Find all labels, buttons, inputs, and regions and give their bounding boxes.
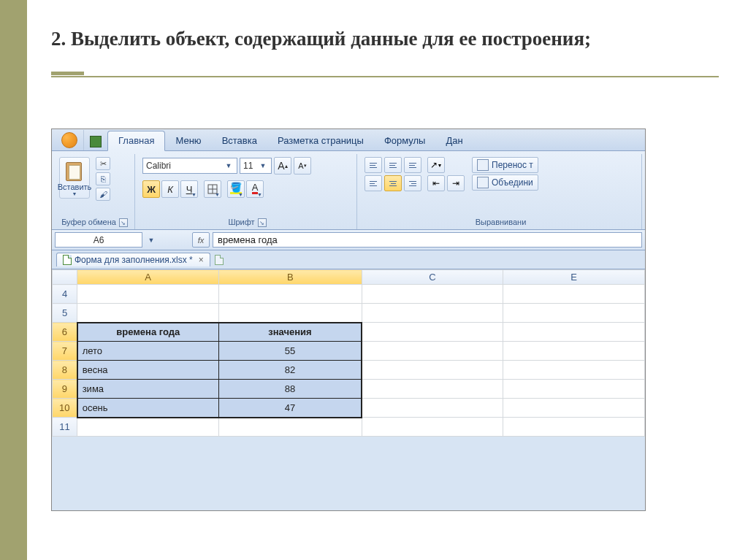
cell-a7[interactable]: лето xyxy=(77,342,219,361)
align-bottom-button[interactable] xyxy=(404,157,421,173)
bold-button[interactable]: Ж xyxy=(142,180,160,198)
cell-a8[interactable]: весна xyxy=(77,361,219,380)
row-header-4[interactable]: 4 xyxy=(53,285,77,304)
tab-data[interactable]: Дан xyxy=(435,131,473,150)
underline-button[interactable]: Ч▼ xyxy=(180,180,198,198)
alignment-group-label: Выравнивани xyxy=(365,216,637,229)
row-header-10[interactable]: 10 xyxy=(53,399,77,418)
new-tab-icon[interactable] xyxy=(215,255,224,265)
name-box-value: А6 xyxy=(94,235,104,245)
quick-access-toolbar xyxy=(84,136,107,150)
formula-bar: А6 ▼ fx времена года xyxy=(52,230,645,250)
tab-formulas[interactable]: Формулы xyxy=(374,131,436,150)
cell-b6[interactable]: значения xyxy=(218,323,362,342)
spreadsheet-grid[interactable]: A B C E 4 5 6 времена года значения xyxy=(52,269,645,437)
office-button[interactable] xyxy=(55,130,84,150)
col-header-a[interactable]: A xyxy=(77,270,219,285)
merge-icon xyxy=(477,177,489,188)
align-center-button[interactable] xyxy=(384,175,402,191)
borders-button[interactable]: ▼ xyxy=(204,180,221,198)
row-header-6[interactable]: 6 xyxy=(53,323,77,342)
format-painter-button[interactable]: 🖌 xyxy=(96,188,110,201)
paste-button[interactable]: Вставить ▼ xyxy=(59,157,90,199)
clipboard-dialog-launcher[interactable]: ↘ xyxy=(119,218,128,227)
font-group-label: Шрифт xyxy=(228,216,254,229)
clipboard-icon xyxy=(64,159,85,183)
col-header-c[interactable]: C xyxy=(362,270,503,285)
row-header-9[interactable]: 9 xyxy=(53,380,77,399)
insert-function-button[interactable]: fx xyxy=(192,232,210,248)
formula-input[interactable]: времена года xyxy=(213,232,642,248)
align-left-button[interactable] xyxy=(365,175,382,191)
align-middle-button[interactable] xyxy=(384,157,402,173)
slide-accent-bar xyxy=(0,0,27,560)
font-color-button[interactable]: A▼ xyxy=(246,180,264,198)
font-size-combo[interactable]: 11 ▼ xyxy=(240,158,272,174)
row-header-7[interactable]: 7 xyxy=(53,342,77,361)
merge-center-button[interactable]: Объедини xyxy=(472,174,538,191)
fill-color-button[interactable]: 🪣▼ xyxy=(227,180,245,198)
wrap-text-button[interactable]: Перенос т xyxy=(472,157,538,173)
row-header-8[interactable]: 8 xyxy=(53,361,77,380)
font-name-combo[interactable]: Calibri ▼ xyxy=(142,158,237,174)
cell-b8[interactable]: 82 xyxy=(218,361,362,380)
ribbon: Вставить ▼ ✂ ⎘ 🖌 Буфер обмена ↘ xyxy=(52,151,645,230)
clipboard-group-label: Буфер обмена xyxy=(61,216,116,229)
tab-page-layout[interactable]: Разметка страницы xyxy=(267,131,374,150)
ribbon-tabs: Главная Меню Вставка Разметка страницы Ф… xyxy=(52,129,645,151)
workbook-tab-label: Форма для заполнения.xlsx * xyxy=(75,255,193,265)
cell-b9[interactable]: 88 xyxy=(218,380,362,399)
cell-b10[interactable]: 47 xyxy=(218,399,362,418)
excel-window: Главная Меню Вставка Разметка страницы Ф… xyxy=(51,129,646,511)
wrap-icon xyxy=(477,159,489,171)
font-name-value: Calibri xyxy=(146,161,224,171)
office-orb-icon xyxy=(61,132,77,148)
paste-label: Вставить xyxy=(58,183,92,191)
italic-button[interactable]: К xyxy=(161,180,179,198)
decrease-indent-button[interactable]: ⇤ xyxy=(427,175,445,191)
formula-input-value: времена года xyxy=(218,234,278,245)
orientation-button[interactable]: ↗▼ xyxy=(427,157,445,173)
cell-a9[interactable]: зима xyxy=(77,380,219,399)
font-dialog-launcher[interactable]: ↘ xyxy=(258,218,267,227)
row-header-11[interactable]: 11 xyxy=(53,418,77,437)
tab-insert[interactable]: Вставка xyxy=(212,131,267,150)
tab-home[interactable]: Главная xyxy=(107,131,165,151)
col-header-b[interactable]: B xyxy=(218,270,362,285)
grow-font-button[interactable]: A▴ xyxy=(274,157,291,174)
cell-a6[interactable]: времена года xyxy=(77,323,219,342)
select-all-corner[interactable] xyxy=(53,270,77,285)
merge-label: Объедини xyxy=(492,177,533,188)
tab-menu[interactable]: Меню xyxy=(165,131,211,150)
cell-b7[interactable]: 55 xyxy=(218,342,362,361)
cell-a10[interactable]: осень xyxy=(77,399,219,418)
workbook-icon xyxy=(63,255,72,265)
align-right-button[interactable] xyxy=(404,175,421,191)
font-size-value: 11 xyxy=(243,161,258,171)
col-header-e[interactable]: E xyxy=(503,270,645,285)
name-box-arrow[interactable]: ▼ xyxy=(145,237,157,244)
copy-button[interactable]: ⎘ xyxy=(96,172,110,185)
workbook-tab-bar: Форма для заполнения.xlsx * × xyxy=(52,250,645,269)
name-box[interactable]: А6 xyxy=(55,232,142,248)
slide-title: 2. Выделить объект, содержащий данные дл… xyxy=(51,26,719,52)
excel-doc-icon xyxy=(90,136,102,147)
align-top-button[interactable] xyxy=(365,157,382,173)
workbook-tab[interactable]: Форма для заполнения.xlsx * × xyxy=(56,253,210,266)
workbook-tab-close[interactable]: × xyxy=(196,255,204,265)
cut-button[interactable]: ✂ xyxy=(96,157,110,170)
row-header-5[interactable]: 5 xyxy=(53,304,77,323)
title-underline xyxy=(51,65,719,77)
shrink-font-button[interactable]: A▾ xyxy=(294,157,311,174)
increase-indent-button[interactable]: ⇥ xyxy=(447,175,465,191)
wrap-label: Перенос т xyxy=(492,160,533,170)
